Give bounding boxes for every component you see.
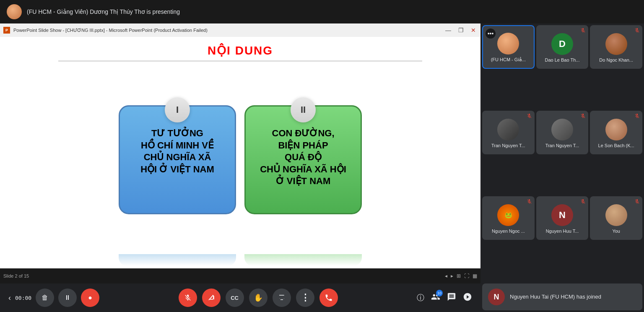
participant-tile[interactable]: N Nguyen Huu T... [536, 196, 589, 240]
slide-boxes: I TƯ TƯỞNGHỒ CHÍ MINH VỀCHỦ NGHĨA XÃHỘI … [119, 70, 362, 254]
box1-reflection [119, 254, 236, 266]
people-icon-wrapper[interactable]: 10 [431, 292, 440, 304]
notification-avatar: N [488, 289, 505, 305]
slide-info: Slide 2 of 15 [3, 273, 29, 278]
slide-box-2: II CON ĐƯỜNG,BIỆN PHÁPQUÁ ĐỘCHỦ NGHĨA XÃ… [244, 105, 362, 214]
present-screen-button[interactable] [273, 289, 291, 307]
mute-icon [634, 113, 640, 120]
toolbar-right: ⓘ 10 [417, 292, 472, 304]
participant-name: Dao Le Bao Th... [538, 57, 587, 62]
activities-icon-wrapper[interactable] [463, 292, 472, 304]
participant-tile[interactable]: 🐸 Nguyen Ngoc ... [482, 196, 535, 240]
mute-icon [580, 113, 586, 120]
notification-banner: N Nguyen Huu Tai (FU HCM) has joined [482, 283, 642, 310]
participant-name: Do Ngoc Khan... [592, 57, 641, 62]
slide-box-1: I TƯ TƯỞNGHỒ CHÍ MINH VỀCHỦ NGHĨA XÃHỘI … [119, 105, 236, 214]
participant-avatar: D [551, 33, 573, 55]
participant-avatar [497, 119, 519, 140]
slide-nav-icon[interactable]: ◂ [445, 273, 447, 279]
minimize-button[interactable]: — [444, 26, 452, 34]
participant-name: (FU HCM - Giả... [485, 57, 532, 62]
top-bar: (FU HCM - Giảng Viên) Dương Thị Thúy Thơ… [0, 0, 644, 23]
box2-reflection [244, 254, 362, 266]
participant-name: Le Son Bach (K... [592, 143, 641, 148]
presenting-label: (FU HCM - Giảng Viên) Dương Thị Thúy Thơ… [27, 8, 180, 15]
activities-icon[interactable] [463, 295, 472, 303]
participant-avatar [605, 33, 627, 55]
participant-avatar: 🐸 [497, 204, 519, 226]
participants-grid: ••• (FU HCM - Giả... D Dao Le Bao Th... [480, 23, 644, 282]
roman-numeral-1: I [165, 97, 190, 122]
restore-button[interactable]: ❐ [457, 26, 465, 34]
pause-recording-button[interactable]: ⏸ [58, 289, 77, 307]
presenter-avatar [7, 4, 22, 19]
participant-name-you: You [592, 229, 641, 234]
mute-icon [580, 28, 586, 34]
people-count-badge: 10 [436, 290, 443, 296]
ppt-window-controls[interactable]: — ❐ ✕ [444, 26, 477, 34]
record-button[interactable]: ● [81, 289, 99, 307]
participant-name: Nguyen Ngoc ... [484, 229, 533, 234]
closed-captions-button[interactable]: CC [226, 289, 244, 307]
ppt-titlebar: P PowerPoint Slide Show - [CHƯƠNG III.pp… [0, 23, 480, 37]
participant-tile[interactable]: ••• (FU HCM - Giả... [482, 25, 535, 69]
end-call-button[interactable] [319, 289, 338, 307]
delete-recording-button[interactable]: 🗑 [36, 289, 54, 307]
slide-zoom-icon[interactable]: ⊞ [457, 273, 461, 279]
timer-display: 00:00 [15, 295, 31, 301]
participant-avatar [551, 119, 573, 140]
participant-name: Nguyen Huu T... [538, 229, 587, 234]
slide-view-icon[interactable]: ▦ [473, 273, 477, 279]
slide-title: NỘI DUNG [208, 44, 273, 57]
participant-avatar [497, 33, 519, 55]
participant-tile[interactable]: D Dao Le Bao Th... [536, 25, 589, 69]
info-icon[interactable]: ⓘ [417, 294, 424, 302]
box2-text: CON ĐƯỜNG,BIỆN PHÁPQUÁ ĐỘCHỦ NGHĨA XÃ HỘ… [253, 127, 353, 192]
more-options-icon[interactable]: ••• [486, 29, 496, 39]
slide-fit-icon[interactable]: ⛶ [464, 273, 469, 279]
mute-icon [580, 199, 586, 205]
toolbar-center: CC ✋ ⋮ [179, 289, 338, 307]
chat-icon[interactable] [447, 295, 456, 303]
more-options-button[interactable]: ⋮ [296, 289, 314, 307]
mute-camera-button[interactable] [202, 289, 221, 307]
participant-avatar [605, 119, 627, 140]
participants-panel: ••• (FU HCM - Giả... D Dao Le Bao Th... [480, 23, 644, 312]
participant-tile[interactable]: Le Son Bach (K... [590, 111, 642, 154]
participant-name: Tran Nguyen T... [484, 143, 533, 148]
participant-tile-you[interactable]: You [590, 196, 642, 240]
ppt-window-title: PowerPoint Slide Show - [CHƯƠNG III.pptx… [13, 28, 441, 33]
back-arrow-icon[interactable]: ‹ [8, 294, 11, 302]
participant-name: Tran Nguyen T... [538, 143, 587, 148]
participant-avatar: N [551, 204, 573, 226]
slide-reflections [13, 254, 468, 268]
mute-icon [634, 28, 640, 34]
slide-status-bar: Slide 2 of 15 ◂ ▸ ⊞ ⛶ ▦ [0, 268, 480, 283]
mute-microphone-button[interactable] [179, 289, 197, 307]
chat-icon-wrapper[interactable] [447, 292, 456, 304]
ppt-icon: P [3, 27, 10, 34]
slide-divider [58, 61, 423, 61]
bottom-toolbar: ‹ 00:00 🗑 ⏸ ● CC ✋ ⋮ [0, 283, 480, 312]
ppt-window: P PowerPoint Slide Show - [CHƯƠNG III.pp… [0, 23, 480, 283]
presentation-area: P PowerPoint Slide Show - [CHƯƠNG III.pp… [0, 23, 480, 312]
participant-avatar-you [605, 204, 627, 226]
slide-bottom-icons[interactable]: ◂ ▸ ⊞ ⛶ ▦ [445, 273, 477, 279]
participant-tile[interactable]: Do Ngoc Khan... [590, 25, 642, 69]
more-dots-icon[interactable]: ••• [488, 30, 494, 37]
mute-icon [527, 113, 532, 120]
mute-icon [527, 199, 532, 205]
box1-text: TƯ TƯỞNGHỒ CHÍ MINH VỀCHỦ NGHĨA XÃHỘI Ở … [134, 127, 221, 179]
roman-numeral-2: II [291, 97, 316, 122]
participant-tile[interactable]: Tran Nguyen T... [482, 111, 535, 154]
notification-text: Nguyen Huu Tai (FU HCM) has joined [510, 293, 601, 301]
close-button[interactable]: ✕ [470, 26, 477, 34]
mute-icon [634, 199, 640, 205]
main-content: P PowerPoint Slide Show - [CHƯƠNG III.pp… [0, 23, 644, 312]
raise-hand-button[interactable]: ✋ [249, 289, 267, 307]
slide-nav-icon-2[interactable]: ▸ [451, 273, 453, 279]
toolbar-left: ‹ 00:00 🗑 ⏸ ● [8, 289, 99, 307]
info-icon-wrapper[interactable]: ⓘ [417, 293, 424, 303]
participant-tile[interactable]: Tran Nguyen T... [536, 111, 589, 154]
slide-body: NỘI DUNG I TƯ TƯỞNGHỒ CHÍ MINH VỀCHỦ NGH… [0, 37, 480, 268]
